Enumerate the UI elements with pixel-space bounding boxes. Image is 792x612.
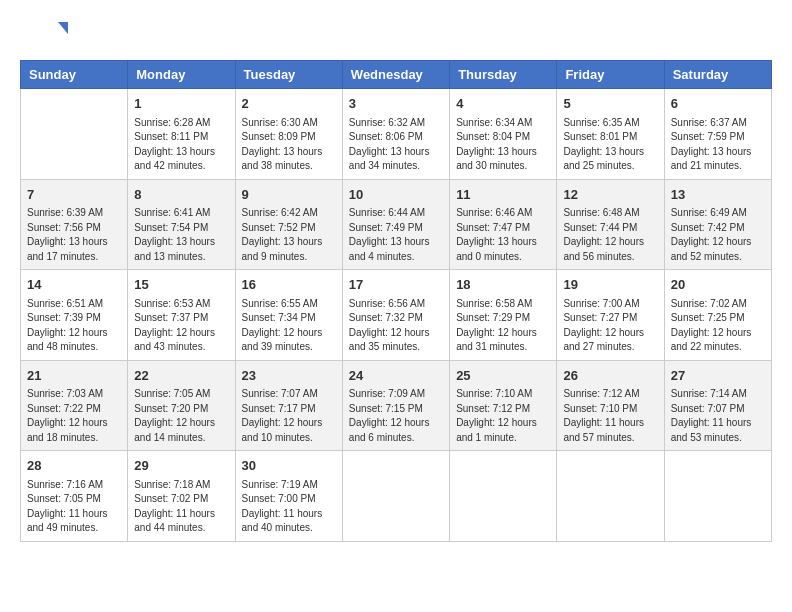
- day-number: 4: [456, 94, 550, 114]
- column-header-sunday: Sunday: [21, 61, 128, 89]
- calendar-cell: 24Sunrise: 7:09 AM Sunset: 7:15 PM Dayli…: [342, 360, 449, 451]
- column-header-tuesday: Tuesday: [235, 61, 342, 89]
- day-info: Sunrise: 6:37 AM Sunset: 7:59 PM Dayligh…: [671, 116, 765, 174]
- day-info: Sunrise: 7:03 AM Sunset: 7:22 PM Dayligh…: [27, 387, 121, 445]
- calendar-cell: 1Sunrise: 6:28 AM Sunset: 8:11 PM Daylig…: [128, 89, 235, 180]
- calendar-cell: 21Sunrise: 7:03 AM Sunset: 7:22 PM Dayli…: [21, 360, 128, 451]
- day-info: Sunrise: 6:41 AM Sunset: 7:54 PM Dayligh…: [134, 206, 228, 264]
- calendar-cell: [21, 89, 128, 180]
- day-info: Sunrise: 7:10 AM Sunset: 7:12 PM Dayligh…: [456, 387, 550, 445]
- day-info: Sunrise: 6:56 AM Sunset: 7:32 PM Dayligh…: [349, 297, 443, 355]
- day-number: 6: [671, 94, 765, 114]
- day-number: 25: [456, 366, 550, 386]
- calendar-cell: 14Sunrise: 6:51 AM Sunset: 7:39 PM Dayli…: [21, 270, 128, 361]
- calendar-week-row: 7Sunrise: 6:39 AM Sunset: 7:56 PM Daylig…: [21, 179, 772, 270]
- calendar-cell: 23Sunrise: 7:07 AM Sunset: 7:17 PM Dayli…: [235, 360, 342, 451]
- day-info: Sunrise: 7:02 AM Sunset: 7:25 PM Dayligh…: [671, 297, 765, 355]
- day-info: Sunrise: 6:35 AM Sunset: 8:01 PM Dayligh…: [563, 116, 657, 174]
- day-info: Sunrise: 6:30 AM Sunset: 8:09 PM Dayligh…: [242, 116, 336, 174]
- day-info: Sunrise: 7:09 AM Sunset: 7:15 PM Dayligh…: [349, 387, 443, 445]
- logo-svg-icon: [20, 20, 70, 50]
- calendar-cell: [557, 451, 664, 542]
- day-info: Sunrise: 7:16 AM Sunset: 7:05 PM Dayligh…: [27, 478, 121, 536]
- day-number: 27: [671, 366, 765, 386]
- day-number: 26: [563, 366, 657, 386]
- day-number: 5: [563, 94, 657, 114]
- day-number: 14: [27, 275, 121, 295]
- day-number: 29: [134, 456, 228, 476]
- column-header-wednesday: Wednesday: [342, 61, 449, 89]
- day-info: Sunrise: 6:48 AM Sunset: 7:44 PM Dayligh…: [563, 206, 657, 264]
- day-info: Sunrise: 6:42 AM Sunset: 7:52 PM Dayligh…: [242, 206, 336, 264]
- day-info: Sunrise: 6:49 AM Sunset: 7:42 PM Dayligh…: [671, 206, 765, 264]
- day-info: Sunrise: 6:51 AM Sunset: 7:39 PM Dayligh…: [27, 297, 121, 355]
- calendar-header-row: SundayMondayTuesdayWednesdayThursdayFrid…: [21, 61, 772, 89]
- calendar-week-row: 28Sunrise: 7:16 AM Sunset: 7:05 PM Dayli…: [21, 451, 772, 542]
- calendar-cell: 17Sunrise: 6:56 AM Sunset: 7:32 PM Dayli…: [342, 270, 449, 361]
- calendar-cell: 20Sunrise: 7:02 AM Sunset: 7:25 PM Dayli…: [664, 270, 771, 361]
- calendar-cell: 9Sunrise: 6:42 AM Sunset: 7:52 PM Daylig…: [235, 179, 342, 270]
- day-number: 28: [27, 456, 121, 476]
- day-number: 8: [134, 185, 228, 205]
- day-info: Sunrise: 6:53 AM Sunset: 7:37 PM Dayligh…: [134, 297, 228, 355]
- svg-marker-0: [58, 22, 68, 34]
- calendar-cell: 30Sunrise: 7:19 AM Sunset: 7:00 PM Dayli…: [235, 451, 342, 542]
- day-info: Sunrise: 7:07 AM Sunset: 7:17 PM Dayligh…: [242, 387, 336, 445]
- page-header: General Blue: [20, 20, 772, 50]
- day-info: Sunrise: 6:28 AM Sunset: 8:11 PM Dayligh…: [134, 116, 228, 174]
- calendar-cell: 4Sunrise: 6:34 AM Sunset: 8:04 PM Daylig…: [450, 89, 557, 180]
- day-info: Sunrise: 6:32 AM Sunset: 8:06 PM Dayligh…: [349, 116, 443, 174]
- column-header-monday: Monday: [128, 61, 235, 89]
- day-number: 15: [134, 275, 228, 295]
- day-info: Sunrise: 7:00 AM Sunset: 7:27 PM Dayligh…: [563, 297, 657, 355]
- calendar-cell: 8Sunrise: 6:41 AM Sunset: 7:54 PM Daylig…: [128, 179, 235, 270]
- day-number: 11: [456, 185, 550, 205]
- day-info: Sunrise: 7:12 AM Sunset: 7:10 PM Dayligh…: [563, 387, 657, 445]
- calendar-cell: 11Sunrise: 6:46 AM Sunset: 7:47 PM Dayli…: [450, 179, 557, 270]
- calendar-table: SundayMondayTuesdayWednesdayThursdayFrid…: [20, 60, 772, 542]
- day-number: 7: [27, 185, 121, 205]
- day-number: 2: [242, 94, 336, 114]
- calendar-cell: 7Sunrise: 6:39 AM Sunset: 7:56 PM Daylig…: [21, 179, 128, 270]
- calendar-cell: 15Sunrise: 6:53 AM Sunset: 7:37 PM Dayli…: [128, 270, 235, 361]
- day-info: Sunrise: 6:55 AM Sunset: 7:34 PM Dayligh…: [242, 297, 336, 355]
- calendar-cell: 28Sunrise: 7:16 AM Sunset: 7:05 PM Dayli…: [21, 451, 128, 542]
- calendar-cell: 25Sunrise: 7:10 AM Sunset: 7:12 PM Dayli…: [450, 360, 557, 451]
- calendar-cell: 6Sunrise: 6:37 AM Sunset: 7:59 PM Daylig…: [664, 89, 771, 180]
- day-info: Sunrise: 6:58 AM Sunset: 7:29 PM Dayligh…: [456, 297, 550, 355]
- day-number: 19: [563, 275, 657, 295]
- day-number: 30: [242, 456, 336, 476]
- day-info: Sunrise: 6:46 AM Sunset: 7:47 PM Dayligh…: [456, 206, 550, 264]
- day-number: 1: [134, 94, 228, 114]
- day-info: Sunrise: 7:19 AM Sunset: 7:00 PM Dayligh…: [242, 478, 336, 536]
- day-info: Sunrise: 6:44 AM Sunset: 7:49 PM Dayligh…: [349, 206, 443, 264]
- day-number: 23: [242, 366, 336, 386]
- day-number: 18: [456, 275, 550, 295]
- calendar-cell: 13Sunrise: 6:49 AM Sunset: 7:42 PM Dayli…: [664, 179, 771, 270]
- logo: General Blue: [20, 20, 74, 50]
- day-number: 3: [349, 94, 443, 114]
- calendar-cell: 27Sunrise: 7:14 AM Sunset: 7:07 PM Dayli…: [664, 360, 771, 451]
- column-header-friday: Friday: [557, 61, 664, 89]
- calendar-cell: 29Sunrise: 7:18 AM Sunset: 7:02 PM Dayli…: [128, 451, 235, 542]
- day-number: 9: [242, 185, 336, 205]
- calendar-week-row: 1Sunrise: 6:28 AM Sunset: 8:11 PM Daylig…: [21, 89, 772, 180]
- calendar-cell: 5Sunrise: 6:35 AM Sunset: 8:01 PM Daylig…: [557, 89, 664, 180]
- day-number: 20: [671, 275, 765, 295]
- calendar-week-row: 14Sunrise: 6:51 AM Sunset: 7:39 PM Dayli…: [21, 270, 772, 361]
- calendar-cell: 2Sunrise: 6:30 AM Sunset: 8:09 PM Daylig…: [235, 89, 342, 180]
- calendar-cell: 3Sunrise: 6:32 AM Sunset: 8:06 PM Daylig…: [342, 89, 449, 180]
- calendar-cell: [450, 451, 557, 542]
- calendar-cell: [664, 451, 771, 542]
- calendar-cell: 16Sunrise: 6:55 AM Sunset: 7:34 PM Dayli…: [235, 270, 342, 361]
- day-info: Sunrise: 7:18 AM Sunset: 7:02 PM Dayligh…: [134, 478, 228, 536]
- day-number: 24: [349, 366, 443, 386]
- calendar-cell: 19Sunrise: 7:00 AM Sunset: 7:27 PM Dayli…: [557, 270, 664, 361]
- day-info: Sunrise: 7:05 AM Sunset: 7:20 PM Dayligh…: [134, 387, 228, 445]
- day-number: 10: [349, 185, 443, 205]
- calendar-week-row: 21Sunrise: 7:03 AM Sunset: 7:22 PM Dayli…: [21, 360, 772, 451]
- day-info: Sunrise: 7:14 AM Sunset: 7:07 PM Dayligh…: [671, 387, 765, 445]
- column-header-thursday: Thursday: [450, 61, 557, 89]
- day-number: 22: [134, 366, 228, 386]
- day-number: 13: [671, 185, 765, 205]
